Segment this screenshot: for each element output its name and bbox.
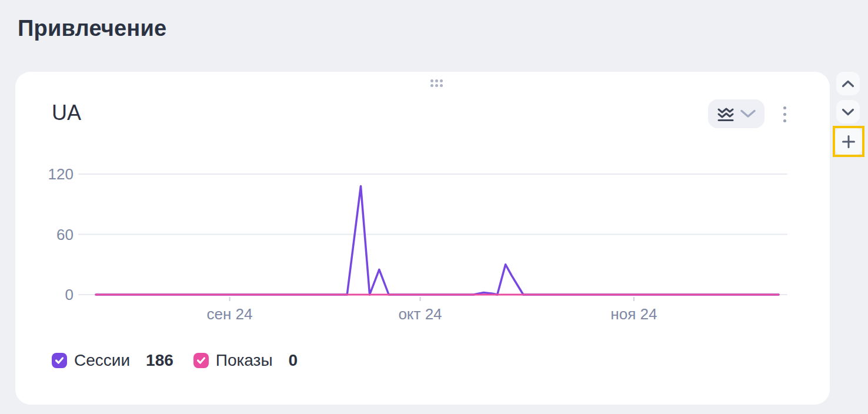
chart-type-selector-button[interactable] <box>708 99 764 128</box>
highlight-box <box>833 126 864 157</box>
move-widget-down-button[interactable] <box>836 100 860 123</box>
checkmark-icon <box>196 356 206 365</box>
chevron-down-icon <box>740 109 756 118</box>
line-waves-icon <box>717 106 735 122</box>
legend-item-sessions[interactable]: Сессии 186 <box>52 351 173 370</box>
drag-handle-icon[interactable] <box>428 77 445 89</box>
x-axis-tick-label: окт 24 <box>398 305 442 323</box>
legend: Сессии 186 Показы 0 <box>52 351 298 370</box>
y-axis-tick-label: 60 <box>56 226 74 243</box>
x-axis-tick-label: ноя 24 <box>610 305 657 323</box>
more-options-button[interactable] <box>776 102 793 126</box>
plus-icon <box>842 135 856 149</box>
legend-value-sessions: 186 <box>146 351 173 370</box>
impressions-checkbox[interactable] <box>193 353 209 368</box>
x-axis-tick-label: сен 24 <box>207 305 253 323</box>
checkmark-icon <box>55 356 64 365</box>
page: Привлечение UA 06 <box>0 0 868 414</box>
chart-widget-card: UA 060120 сен 24окт 24ноя 24 <box>15 72 830 405</box>
legend-value-impressions: 0 <box>289 351 298 370</box>
legend-item-impressions[interactable]: Показы 0 <box>193 351 298 370</box>
sessions-checkbox[interactable] <box>52 353 67 368</box>
y-axis-tick-label: 120 <box>48 165 74 183</box>
move-widget-up-button[interactable] <box>836 72 860 95</box>
y-axis-tick-label: 0 <box>65 286 74 303</box>
legend-label-impressions: Показы <box>216 351 273 370</box>
chevron-down-icon <box>842 108 854 116</box>
add-widget-button[interactable] <box>835 128 862 155</box>
chevron-up-icon <box>842 80 854 88</box>
page-title: Привлечение <box>18 15 166 41</box>
kebab-menu-icon <box>783 106 786 109</box>
x-axis-labels: сен 24окт 24ноя 24 <box>78 304 787 324</box>
legend-label-sessions: Сессии <box>74 351 130 370</box>
chart-svg <box>78 165 787 306</box>
